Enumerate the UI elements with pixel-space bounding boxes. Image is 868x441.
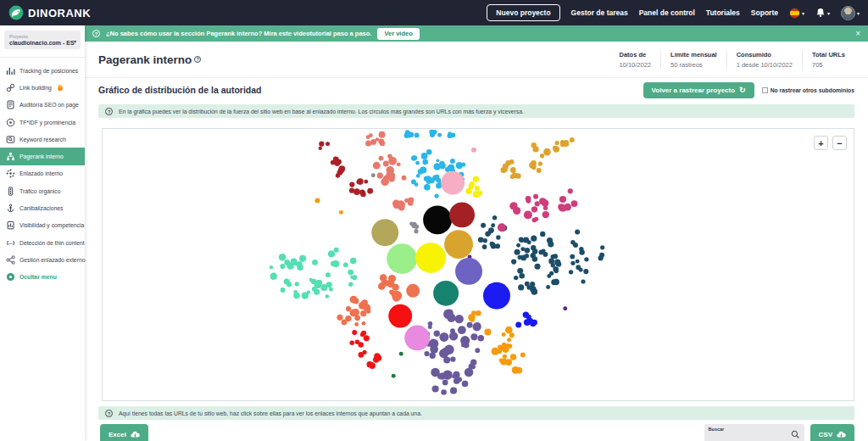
url-dot-salmon-main[interactable] xyxy=(379,156,384,161)
url-bubble[interactable] xyxy=(423,205,452,234)
url-dot[interactable] xyxy=(371,173,376,177)
url-dot-gold-b[interactable] xyxy=(538,161,542,165)
url-dot-orange-a[interactable] xyxy=(497,349,502,354)
url-dot[interactable] xyxy=(471,148,476,153)
url-dot-cyan-main[interactable] xyxy=(435,193,439,198)
url-dot-orange-b[interactable] xyxy=(503,354,507,359)
url-dot-darkred-c[interactable] xyxy=(364,180,368,184)
url-dot-magenta-a[interactable] xyxy=(535,201,540,206)
url-dot-orange-a[interactable] xyxy=(509,332,515,338)
url-dot-magenta-a[interactable] xyxy=(531,206,537,212)
url-dot-coral-right[interactable] xyxy=(388,275,396,282)
url-dot-purple-main[interactable] xyxy=(450,328,455,333)
search-icon[interactable] xyxy=(791,430,800,439)
url-dot[interactable] xyxy=(498,223,506,232)
url-dot-navy-mid[interactable] xyxy=(492,215,497,220)
url-dot-purple-main[interactable] xyxy=(470,333,477,340)
url-dot-mint-main[interactable] xyxy=(348,270,353,276)
url-dot-magenta-b[interactable] xyxy=(558,204,565,210)
url-dot-salmon-main[interactable] xyxy=(388,169,394,175)
url-dot-darkred-c[interactable] xyxy=(353,188,360,195)
url-dot-navy-main[interactable] xyxy=(554,269,558,273)
url-dot-red-small-a[interactable] xyxy=(349,340,354,345)
url-dot-coral-left[interactable] xyxy=(337,315,342,321)
url-dot-navy-sub[interactable] xyxy=(570,254,575,260)
nav-link-gestor-de-tareas[interactable]: Gestor de tareas xyxy=(571,8,628,17)
url-dot-gold-a[interactable] xyxy=(504,167,508,171)
url-dot-salmon-mid[interactable] xyxy=(396,200,405,209)
zoom-out-button[interactable]: − xyxy=(832,136,847,150)
url-dot-navy-mid[interactable] xyxy=(491,223,495,227)
url-dot-coral-right[interactable] xyxy=(392,284,399,291)
url-dot-yellow-small[interactable] xyxy=(477,191,483,197)
url-dot-magenta-a[interactable] xyxy=(542,211,549,218)
nav-link-panel-de-control[interactable]: Panel de control xyxy=(639,8,695,17)
url-bubble[interactable] xyxy=(444,230,473,259)
url-bubble[interactable] xyxy=(449,202,475,227)
url-dot-purple-main[interactable] xyxy=(465,368,474,377)
url-bubble[interactable] xyxy=(371,219,398,246)
url-dot-darkred-c[interactable] xyxy=(357,178,364,185)
url-dot-darkred-b[interactable] xyxy=(339,165,346,172)
url-dot-purple-tail[interactable] xyxy=(450,389,455,394)
url-bubble[interactable] xyxy=(404,326,430,351)
search-input[interactable] xyxy=(706,432,787,441)
url-dot-navy-sub[interactable] xyxy=(576,260,580,264)
url-dot-purple-tail[interactable] xyxy=(442,380,448,386)
url-dot-mint-main[interactable] xyxy=(302,292,309,299)
url-dot-cyan-main[interactable] xyxy=(456,162,463,169)
url-dot-orange-a[interactable] xyxy=(502,332,506,337)
url-dot-mint-main[interactable] xyxy=(348,282,353,287)
url-dot-darkred-c[interactable] xyxy=(367,188,373,194)
url-dot-gray-small[interactable] xyxy=(414,229,418,233)
url-dot-purple-main[interactable] xyxy=(467,322,473,328)
excel-export-button[interactable]: Excel xyxy=(100,424,148,441)
url-dot-purple-tail[interactable] xyxy=(452,375,456,379)
url-dot-orange-b[interactable] xyxy=(520,353,526,358)
url-dot-gold-b[interactable] xyxy=(537,168,542,173)
url-dot-magenta-a[interactable] xyxy=(510,202,518,209)
url-bubble[interactable] xyxy=(387,243,417,274)
url-dot-magenta-a[interactable] xyxy=(533,194,538,199)
url-dot-navy-main[interactable] xyxy=(540,232,545,237)
url-dot-orange-a[interactable] xyxy=(498,345,503,350)
url-dot-gold-c[interactable] xyxy=(553,146,559,153)
url-dot-navy-main[interactable] xyxy=(519,273,525,279)
url-dot-cyan-top-row[interactable] xyxy=(437,133,442,137)
url-dot-blue-small[interactable] xyxy=(515,322,521,328)
url-dot-navy-main[interactable] xyxy=(519,237,524,243)
url-dot[interactable] xyxy=(524,210,532,219)
url-dot-mint-main[interactable] xyxy=(270,265,273,269)
url-dot-navy-main[interactable] xyxy=(546,285,550,289)
help-icon[interactable]: ? xyxy=(194,56,201,63)
project-selector[interactable]: Proyecto claudioinacio.com - ES ▾ xyxy=(4,31,81,49)
url-dot-yellow-small[interactable] xyxy=(475,186,480,191)
url-dot-navy-main[interactable] xyxy=(535,264,541,270)
url-dot-mint-main[interactable] xyxy=(334,248,339,253)
close-icon[interactable]: × xyxy=(855,30,860,38)
url-dot-purple-main[interactable] xyxy=(439,332,448,342)
url-dot-cyan-top-row[interactable] xyxy=(404,133,409,138)
url-dot-blue-small[interactable] xyxy=(524,319,531,326)
url-dot-navy-main[interactable] xyxy=(538,249,543,254)
url-dot-navy-main[interactable] xyxy=(551,254,555,259)
url-dot-red-small-b[interactable] xyxy=(369,362,375,368)
url-dot-navy-main[interactable] xyxy=(554,279,559,285)
url-dot-cyan-main[interactable] xyxy=(435,175,440,180)
sidebar-item-canibalizaciones[interactable]: Canibalizaciones xyxy=(0,199,85,216)
url-dot-navy-main[interactable] xyxy=(532,256,538,262)
url-dot-purple-main[interactable] xyxy=(470,360,476,366)
sidebar-item-tracking-de-posiciones[interactable]: Tracking de posiciones xyxy=(0,62,85,79)
url-dot-cyan-main[interactable] xyxy=(411,180,416,185)
url-dot-cyan-main[interactable] xyxy=(425,176,431,181)
url-dot-coral-right[interactable] xyxy=(383,280,388,285)
url-dot-purple-main[interactable] xyxy=(455,315,464,323)
url-bubble[interactable] xyxy=(415,243,446,273)
sidebar-item-enlazado-interno[interactable]: Enlazado interno xyxy=(0,165,85,182)
url-dot-purple-tail[interactable] xyxy=(441,389,447,395)
url-dot-darkred-a[interactable] xyxy=(319,142,324,147)
url-dot-coral-left[interactable] xyxy=(360,310,366,316)
url-dot-navy-main[interactable] xyxy=(515,249,520,255)
url-dot-orange-b[interactable] xyxy=(505,359,512,366)
url-dot-cyan-main[interactable] xyxy=(411,155,416,160)
